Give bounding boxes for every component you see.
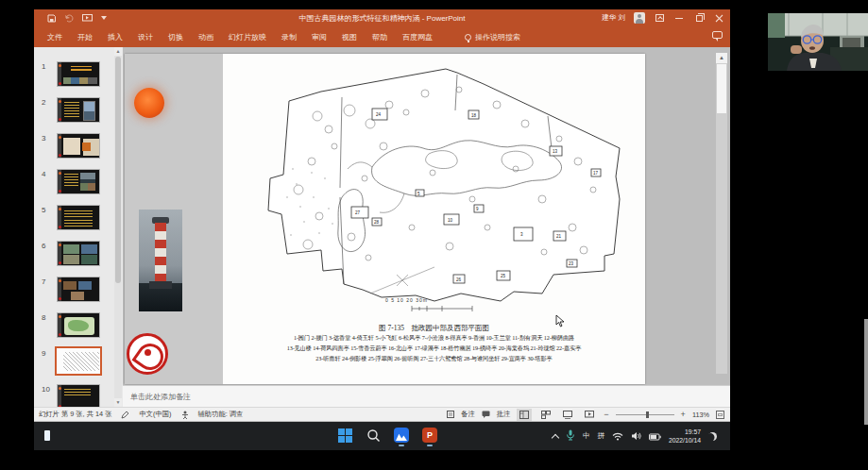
thumbnail-scrollbar[interactable]: ▲ ▼ <box>114 47 122 407</box>
thumbnail-slide-5[interactable]: 5 <box>34 205 123 237</box>
mouse-cursor <box>555 314 565 327</box>
save-icon[interactable] <box>47 14 56 23</box>
battery-icon[interactable] <box>649 428 661 445</box>
figure-caption: 图 7-135 拙政园中部及西部平面图 <box>223 324 645 333</box>
svg-text:28: 28 <box>374 220 380 225</box>
thumbnail-slide-8[interactable]: 8 <box>34 312 123 344</box>
slide-sorter-view-button[interactable] <box>538 409 553 421</box>
zoom-in-button[interactable]: + <box>681 411 686 419</box>
tab-review[interactable]: 审阅 <box>304 28 334 46</box>
tab-slideshow[interactable]: 幻灯片放映 <box>221 28 274 46</box>
thumbnail-slide-3[interactable]: 3 <box>34 133 123 165</box>
reading-view-button[interactable] <box>560 409 575 421</box>
tell-me-search[interactable]: 操作说明搜索 <box>465 32 520 42</box>
pen-input-icon[interactable] <box>121 411 129 419</box>
lighthouse-photo <box>139 210 182 311</box>
fit-to-window-button[interactable] <box>716 411 724 419</box>
start-button[interactable] <box>336 427 353 444</box>
scroll-down-arrow[interactable]: ▼ <box>114 398 122 407</box>
thumbnail-slide-4[interactable]: 4 <box>34 169 123 201</box>
figure-legend-line-3: 23-听雨轩 24-倒影楼 25-浮翠阁 26-留听阁 27-三十六鸳鸯馆 28… <box>223 355 645 363</box>
svg-text:18: 18 <box>471 113 477 118</box>
svg-text:26: 26 <box>456 277 462 282</box>
ime-mode-indicator[interactable]: 拼 <box>597 431 604 441</box>
shared-desktop: 中国古典园林的形式特征和精神内涵 - PowerPoint 建华 刘 文件 开始… <box>34 9 730 450</box>
status-bar: 幻灯片 第 9 张, 共 14 张 中文(中国) 辅助功能: 调查 备注 批注 … <box>34 407 730 421</box>
taskbar-clock[interactable]: 19:57 2022/10/14 <box>669 428 701 445</box>
tab-help[interactable]: 帮助 <box>365 28 395 46</box>
zoom-slider-thumb[interactable] <box>646 411 649 418</box>
meeting-panel-edge[interactable] <box>864 319 868 425</box>
start-slideshow-icon[interactable] <box>82 14 93 23</box>
thumbnail-slide-7[interactable]: 7 <box>34 277 123 309</box>
meeting-app-icon[interactable] <box>393 427 410 444</box>
slide-thumbnail-panel: 1 2 3 4 5 <box>34 47 123 407</box>
powerpoint-app-icon[interactable]: P <box>421 427 438 444</box>
notes-toggle[interactable]: 备注 <box>461 410 475 419</box>
slide-canvas[interactable]: 242728 1093 212318 13517 2625 0 5 10 <box>125 54 645 384</box>
account-name[interactable]: 建华 刘 <box>602 13 625 23</box>
tab-baidu-netdisk[interactable]: 百度网盘 <box>395 28 440 46</box>
search-icon[interactable] <box>365 427 382 444</box>
zoom-level[interactable]: 113% <box>692 411 709 419</box>
tab-home[interactable]: 开始 <box>70 28 100 46</box>
garden-plan-figure: 242728 1093 212318 13517 2625 0 5 10 <box>223 54 645 384</box>
svg-text:21: 21 <box>556 234 562 239</box>
normal-view-button[interactable] <box>517 409 532 421</box>
thumbnail-slide-6[interactable]: 6 <box>34 241 123 273</box>
lightbulb-icon <box>465 34 471 41</box>
window-title: 中国古典园林的形式特征和精神内涵 - PowerPoint <box>298 13 465 24</box>
notes-pane[interactable]: 单击此处添加备注 <box>123 385 730 407</box>
ribbon-display-options-button[interactable] <box>654 12 665 24</box>
participant-video-tile[interactable] <box>768 13 868 71</box>
minimize-button[interactable] <box>673 12 685 24</box>
tab-record[interactable]: 录制 <box>274 28 304 46</box>
thumbnail-slide-9-selected[interactable]: 9 <box>34 348 123 380</box>
ime-language-indicator[interactable]: 中 <box>583 431 590 441</box>
comments-toggle[interactable]: 批注 <box>497 410 511 419</box>
thumbnail-slide-10[interactable]: 10 <box>34 384 123 407</box>
ribbon-tab-row: 文件 开始 插入 设计 切换 动画 幻灯片放映 录制 审阅 视图 帮助 百度网盘… <box>34 26 730 47</box>
zoom-slider[interactable] <box>616 414 674 415</box>
restore-button[interactable] <box>693 12 705 24</box>
svg-text:13: 13 <box>553 149 558 154</box>
windows-taskbar: P 中 拼 19:57 2022/10/14 <box>34 422 730 450</box>
powerpoint-titlebar: 中国古典园林的形式特征和精神内涵 - PowerPoint 建华 刘 <box>34 9 730 26</box>
scrollbar-up-arrow[interactable]: ▲ <box>716 53 727 63</box>
accessibility-status[interactable]: 辅助功能: 调查 <box>198 410 244 419</box>
tray-overflow-chevron-icon[interactable] <box>552 433 559 441</box>
svg-text:23: 23 <box>569 261 574 266</box>
sun-photo <box>134 88 164 118</box>
microphone-icon[interactable] <box>566 428 575 445</box>
slide-area-scrollbar[interactable]: ▲ <box>716 53 727 374</box>
focus-assist-moon-icon[interactable] <box>708 432 717 441</box>
tab-view[interactable]: 视图 <box>334 28 365 46</box>
school-emblem-logo <box>127 333 168 375</box>
tab-file[interactable]: 文件 <box>40 28 70 46</box>
qat-customize-caret[interactable] <box>101 16 107 20</box>
tab-transitions[interactable]: 切换 <box>161 28 191 46</box>
volume-icon[interactable] <box>631 428 641 445</box>
tab-design[interactable]: 设计 <box>130 28 161 46</box>
thumbnail-slide-1[interactable]: 1 <box>34 61 123 93</box>
undo-icon[interactable] <box>64 14 74 23</box>
thumbnail-slide-2[interactable]: 2 <box>34 97 123 129</box>
clock-time: 19:57 <box>669 428 701 436</box>
tab-insert[interactable]: 插入 <box>100 28 130 46</box>
zoom-out-button[interactable]: − <box>604 411 608 419</box>
slideshow-view-button[interactable] <box>582 409 597 421</box>
tab-animations[interactable]: 动画 <box>191 28 221 46</box>
svg-text:10: 10 <box>448 218 453 223</box>
quick-access-toolbar <box>34 14 107 23</box>
close-button[interactable] <box>713 12 724 24</box>
garden-plan-drawing: 242728 1093 212318 13517 2625 <box>230 56 637 320</box>
comments-bubble-icon[interactable] <box>712 31 723 39</box>
svg-text:17: 17 <box>593 171 599 176</box>
svg-text:27: 27 <box>355 210 361 215</box>
wifi-icon[interactable] <box>612 428 623 445</box>
scroll-up-arrow[interactable]: ▲ <box>114 47 122 56</box>
account-avatar[interactable] <box>634 12 645 24</box>
slide-editing-area: 242728 1093 212318 13517 2625 0 5 10 <box>123 47 730 385</box>
svg-text:25: 25 <box>501 274 506 278</box>
language-indicator[interactable]: 中文(中国) <box>139 410 171 419</box>
